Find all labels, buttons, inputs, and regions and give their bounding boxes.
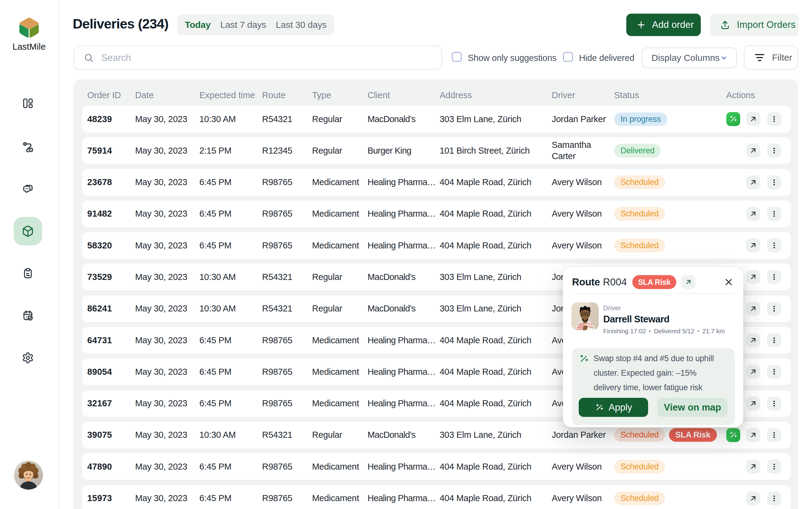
open-row-button[interactable] [746, 302, 760, 316]
tab-today[interactable]: Today [185, 20, 211, 30]
cell-type: Medicament [312, 335, 368, 346]
sidebar-item-settings[interactable] [13, 344, 42, 372]
popover-open-button[interactable] [681, 275, 696, 289]
open-row-button[interactable] [746, 175, 760, 189]
row-menu-button[interactable] [767, 207, 781, 221]
row-menu-button[interactable] [767, 175, 781, 189]
col-header-route: Route [262, 90, 312, 100]
cell-status: Scheduled [614, 460, 726, 474]
row-menu-button[interactable] [767, 333, 781, 347]
cell-client: Healing Pharma… [368, 366, 440, 377]
ai-suggestion-button[interactable] [726, 428, 740, 442]
hide-delivered-checkbox[interactable] [563, 52, 573, 62]
cell-order-id: 64731 [87, 335, 135, 346]
cell-client: MacDonald’s [368, 429, 440, 441]
add-order-button[interactable]: Add order [626, 13, 701, 36]
open-row-button[interactable] [746, 428, 760, 442]
cell-client: Healing Pharma… [368, 461, 440, 472]
cell-route: R98765 [262, 461, 312, 472]
user-avatar[interactable] [14, 461, 43, 489]
cell-order-id: 39075 [87, 429, 135, 441]
table-row[interactable]: 15973 May 30, 2023 6:45 PM R98765 Medica… [82, 485, 791, 509]
cell-client: Healing Pharma… [368, 240, 440, 251]
sidebar-item-messages[interactable] [13, 174, 42, 203]
tab-last-30-days[interactable]: Last 30 days [276, 20, 327, 30]
driver-photo [571, 302, 599, 330]
open-row-button[interactable] [746, 460, 760, 474]
open-row-button[interactable] [746, 333, 760, 347]
col-header-date: Date [135, 90, 199, 100]
row-menu-button[interactable] [767, 491, 781, 505]
cell-actions [726, 428, 791, 442]
cell-type: Medicament [312, 398, 368, 409]
cell-driver: Avery Wilson [552, 177, 612, 188]
row-menu-button[interactable] [767, 270, 781, 284]
show-only-suggestions-label: Show only suggestions [468, 53, 556, 63]
row-menu-button[interactable] [767, 397, 781, 411]
ai-suggestion-button[interactable] [726, 112, 740, 126]
open-row-button[interactable] [746, 112, 760, 126]
table-row[interactable]: 23678 May 30, 2023 6:45 PM R98765 Medica… [82, 169, 791, 196]
cell-date: May 30, 2023 [135, 493, 199, 504]
cell-status: Scheduled [614, 491, 726, 505]
table-row[interactable]: 47890 May 30, 2023 6:45 PM R98765 Medica… [82, 453, 791, 480]
open-row-button[interactable] [746, 270, 760, 284]
open-row-button[interactable] [746, 397, 760, 411]
open-row-button[interactable] [746, 365, 760, 379]
cell-address: 303 Elm Lane, Zürich [440, 303, 552, 314]
cell-type: Regular [312, 114, 368, 125]
col-header-actions: Actions [726, 90, 791, 100]
open-row-button[interactable] [746, 144, 760, 158]
table-row[interactable]: 48239 May 30, 2023 10:30 AM R54321 Regul… [82, 106, 791, 132]
cell-date: May 30, 2023 [135, 114, 199, 125]
cell-date: May 30, 2023 [135, 429, 199, 441]
tab-last-7-days[interactable]: Last 7 days [220, 20, 266, 30]
filter-button[interactable]: Filter [744, 45, 798, 70]
table-row[interactable]: 75914 May 30, 2023 2:15 PM R12345 Regula… [82, 137, 791, 164]
cell-expected-time: 10:30 AM [199, 114, 262, 125]
view-on-map-button[interactable]: View on map [657, 398, 728, 417]
cell-actions [726, 175, 791, 189]
sidebar-item-schedule[interactable] [13, 301, 42, 330]
row-menu-button[interactable] [767, 302, 781, 316]
row-menu-button[interactable] [767, 365, 781, 379]
cell-address: 303 Elm Lane, Zürich [440, 271, 552, 283]
import-orders-button[interactable]: Import Orders [710, 13, 799, 36]
cell-address: 303 Elm Lane, Zürich [440, 114, 552, 125]
popover-close-button[interactable] [722, 275, 735, 289]
sidebar-item-deliveries[interactable] [13, 217, 42, 245]
row-menu-button[interactable] [767, 460, 781, 474]
search-input[interactable]: Search [74, 46, 442, 70]
cell-driver: Avery Wilson [552, 208, 612, 219]
cell-order-id: 23678 [87, 177, 135, 188]
upload-icon [720, 20, 731, 30]
row-menu-button[interactable] [767, 112, 781, 126]
lastmile-logo-icon [18, 18, 41, 39]
table-row[interactable]: 91482 May 30, 2023 6:45 PM R98765 Medica… [82, 201, 791, 227]
cell-driver: Avery Wilson [552, 240, 612, 251]
cell-order-id: 47890 [87, 461, 135, 472]
open-row-button[interactable] [746, 238, 760, 252]
table-row[interactable]: 58320 May 30, 2023 6:45 PM R98765 Medica… [82, 232, 791, 259]
cell-expected-time: 6:45 PM [199, 366, 262, 377]
show-only-suggestions-checkbox[interactable] [452, 52, 462, 62]
cell-expected-time: 6:45 PM [199, 208, 262, 219]
display-columns-dropdown[interactable]: Display Columns [642, 47, 737, 68]
row-menu-button[interactable] [767, 428, 781, 442]
cell-date: May 30, 2023 [135, 177, 199, 188]
popover-sla-risk-badge: SLA Risk [632, 275, 676, 289]
sidebar-item-orders[interactable] [13, 259, 42, 287]
apply-button[interactable]: Apply [579, 398, 648, 417]
row-menu-button[interactable] [767, 144, 781, 158]
row-menu-button[interactable] [767, 238, 781, 252]
table-header: Order ID Date Expected time Route Type C… [82, 90, 791, 99]
cell-route: R98765 [262, 208, 312, 219]
cell-date: May 30, 2023 [135, 240, 199, 251]
sidebar-item-routes[interactable] [13, 133, 42, 161]
open-row-button[interactable] [746, 207, 760, 221]
cell-route: R98765 [262, 240, 312, 251]
cell-address: 101 Birch Street, Zürich [440, 145, 552, 156]
open-row-button[interactable] [746, 491, 760, 505]
sidebar-item-dashboard[interactable] [13, 89, 42, 117]
cell-address: 404 Maple Road, Zürich [440, 208, 552, 219]
